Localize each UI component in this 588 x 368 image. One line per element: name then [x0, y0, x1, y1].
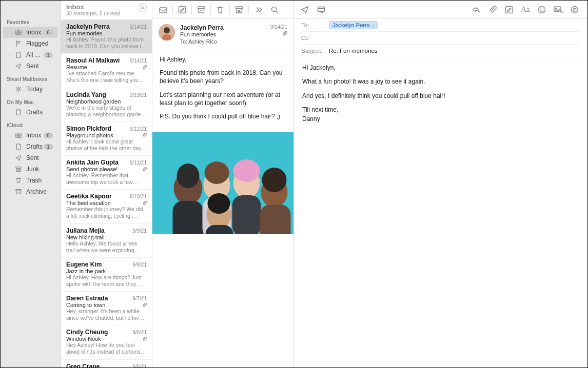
svg-point-35	[539, 6, 545, 13]
junk-button[interactable]	[231, 4, 247, 16]
sidebar-item-drafts[interactable]: Drafts1	[3, 141, 58, 152]
sidebar-item-all-drafts[interactable]: ›All Drafts1	[3, 49, 58, 60]
photo-browser-button[interactable]	[551, 4, 566, 16]
sidebar-item-inbox[interactable]: Inbox6	[3, 130, 58, 141]
message-date: 9/12/21	[130, 126, 147, 132]
flag-icon	[14, 39, 23, 48]
message-row[interactable]: Lucinda Yang9/13/21Neighborhood gardenWe…	[61, 88, 152, 122]
message-row[interactable]: Simon Pickford9/12/21Playground photosHi…	[61, 122, 152, 156]
message-date: 9/8/21	[132, 262, 147, 268]
message-row[interactable]: Juliana Mejia9/9/21New hiking trailHello…	[61, 224, 152, 258]
sidebar-item-label: Inbox	[26, 29, 44, 36]
sidebar-section-title: iCloud	[1, 120, 61, 130]
compose-toolbar: Aa	[294, 1, 587, 19]
message-sender: Rasoul Al Malkawi	[66, 57, 120, 64]
sidebar-item-inbox[interactable]: Inbox6	[3, 27, 58, 38]
attach-button[interactable]	[485, 4, 500, 16]
body-paragraph: Hi Ashley,	[160, 55, 286, 64]
compose-paragraph: What a fun photo! It was a joy to see it…	[302, 77, 579, 86]
compose-button[interactable]	[174, 4, 190, 16]
compose-subject-text[interactable]: Re: Fun memories	[329, 48, 378, 54]
svg-rect-29	[260, 205, 291, 234]
sidebar-section-title: On My Mac	[1, 97, 61, 107]
archive-button[interactable]	[193, 4, 209, 16]
message-list-scroll[interactable]: Jackelyn Perra9/14/21Fun memoriesHi Ashl…	[61, 20, 152, 367]
search-button[interactable]	[267, 4, 282, 16]
svg-point-36	[540, 9, 541, 9]
svg-point-37	[543, 9, 543, 9]
message-date: 9/6/21	[132, 330, 147, 335]
sidebar-item-badge: 1	[44, 144, 53, 150]
message-row[interactable]: Jackelyn Perra9/14/21Fun memoriesHi Ashl…	[61, 20, 152, 54]
message-row[interactable]: Greg Crane9/6/21New ways to take your ph…	[61, 360, 152, 368]
sidebar-section-title: Favorites	[1, 17, 61, 27]
message-subject: Coming to town	[66, 302, 105, 308]
sidebar-item-badge: 6	[44, 30, 53, 35]
reply-button[interactable]	[468, 4, 484, 16]
message-subject: Resume	[66, 64, 87, 70]
message-row[interactable]: Eugene Kim9/8/21Jazz in the parkHi Ashle…	[61, 258, 152, 292]
message-subject: Window Nook	[66, 336, 101, 342]
insert-button[interactable]	[501, 4, 517, 16]
message-row[interactable]: Daren Estrada9/7/21Coming to townHey, st…	[61, 292, 152, 325]
attached-photo[interactable]	[152, 132, 293, 234]
doc-icon	[14, 108, 23, 116]
compose-body[interactable]: Hi Jackelyn,What a fun photo! It was a j…	[294, 57, 587, 135]
reader-to-line: To: Ashley Rico	[180, 38, 287, 45]
message-preview: Hi Ashley, How are things? Just spoke wi…	[66, 274, 147, 288]
message-row[interactable]: Geetika Kapoor9/10/21The best vacationRe…	[61, 190, 152, 223]
recipient-token[interactable]: Jackelyn Perra⌄	[329, 21, 378, 29]
emoji-button[interactable]	[534, 4, 550, 16]
get-mail-button[interactable]	[155, 4, 171, 16]
message-sender: Greg Crane	[66, 363, 100, 368]
message-subject: Fun memories	[66, 30, 102, 36]
doc-icon	[14, 51, 23, 59]
format-button[interactable]: Aa	[518, 4, 533, 16]
message-row[interactable]: Cindy Cheung9/6/21Window NookHey Ashley!…	[61, 325, 152, 359]
sender-avatar	[159, 24, 175, 40]
message-sender: Cindy Cheung	[66, 329, 108, 336]
svg-rect-26	[232, 195, 261, 234]
markup-button[interactable]	[567, 4, 582, 16]
sidebar-item-trash[interactable]: Trash	[3, 175, 58, 186]
sidebar-item-label: All Drafts	[26, 51, 44, 58]
message-sender: Geetika Kapoor	[66, 193, 112, 200]
sidebar-item-drafts[interactable]: Drafts	[3, 107, 58, 118]
sidebar-item-label: Junk	[26, 166, 53, 173]
reader-subject: Fun memories	[180, 31, 216, 37]
attachment-icon	[140, 201, 147, 206]
sidebar-item-label: Trash	[26, 177, 53, 184]
header-fields-button[interactable]	[313, 4, 329, 16]
trash-icon	[14, 176, 23, 185]
message-sender: Eugene Kim	[66, 261, 102, 268]
sidebar-item-today[interactable]: Today	[3, 84, 58, 95]
message-preview: Hi Ashley, Remember that awesome trip we…	[66, 172, 147, 186]
compose-subject-row[interactable]: Subject: Re: Fun memories	[301, 45, 580, 57]
message-list-header: Inbox 33 messages, 6 unread	[61, 1, 152, 20]
sidebar-item-sent[interactable]: Sent	[3, 152, 58, 163]
message-row[interactable]: Ankita Jain Gupta9/11/21Send photos plea…	[61, 156, 152, 190]
svg-point-31	[208, 193, 230, 214]
attachment-icon	[282, 31, 287, 37]
disclosure: ›	[9, 52, 14, 57]
mailbox-status: 33 messages, 6 unread	[66, 11, 120, 16]
mailbox-title: Inbox	[66, 3, 120, 11]
compose-cc-row[interactable]: Cc:	[301, 32, 580, 45]
message-row[interactable]: Rasoul Al Malkawi9/14/21ResumeI've attac…	[61, 54, 152, 88]
message-date: 9/10/21	[130, 194, 147, 199]
body-paragraph: Found this photo from back in 2018. Can …	[160, 69, 286, 85]
more-button[interactable]	[250, 4, 266, 16]
filter-button[interactable]	[139, 3, 147, 11]
box-x-icon	[14, 165, 23, 173]
reader-sender: Jackelyn Perra	[180, 24, 224, 31]
sidebar-item-flagged[interactable]: Flagged	[3, 38, 58, 49]
send-button[interactable]	[297, 4, 312, 16]
sidebar-item-archive[interactable]: Archive	[3, 186, 58, 197]
message-preview: Hi Ashley, Found this photo from back in…	[66, 36, 147, 50]
sidebar-item-sent[interactable]: Sent	[3, 60, 58, 72]
sidebar-section-title: Smart Mailboxes	[1, 74, 61, 84]
compose-to-row[interactable]: To: Jackelyn Perra⌄	[301, 19, 580, 32]
sidebar-item-junk[interactable]: Junk	[3, 163, 58, 175]
svg-rect-7	[160, 8, 167, 13]
delete-button[interactable]	[212, 4, 228, 16]
